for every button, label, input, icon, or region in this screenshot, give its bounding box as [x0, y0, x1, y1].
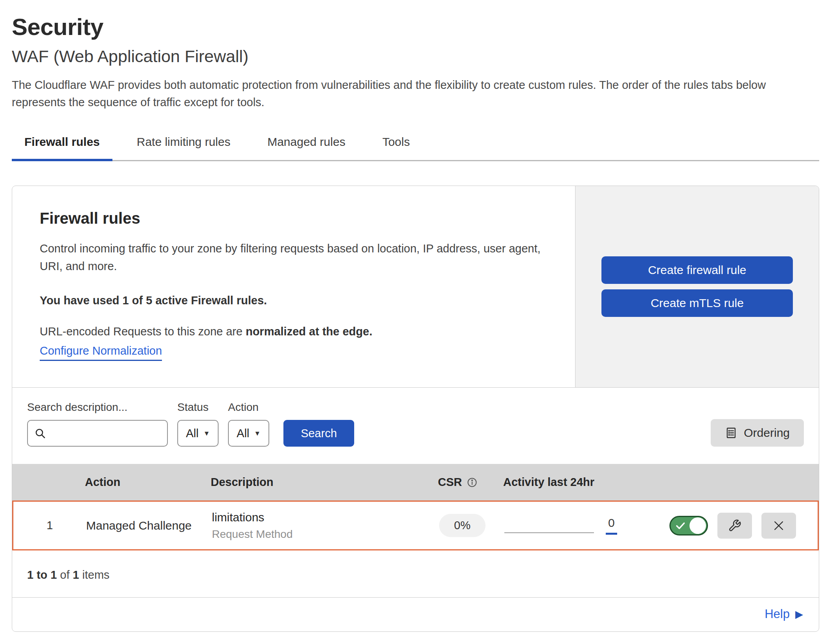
- search-input-box[interactable]: [27, 420, 168, 447]
- rule-description-cell: limitations Request Method: [212, 511, 439, 541]
- search-icon: [34, 427, 46, 439]
- items-of: of: [60, 569, 70, 581]
- items-total: 1: [73, 569, 79, 581]
- header-description: Description: [211, 476, 438, 489]
- actions-panel: Create firewall rule Create mTLS rule: [575, 186, 819, 387]
- csr-badge: 0%: [439, 514, 485, 537]
- firewall-rules-info: Firewall rules Control incoming traffic …: [12, 186, 575, 387]
- items-word: items: [82, 569, 109, 581]
- panel-description: Control incoming traffic to your zone by…: [40, 240, 548, 275]
- rule-csr-cell: 0%: [439, 514, 504, 537]
- page-title: Security: [12, 13, 819, 40]
- page-intro: The Cloudflare WAF provides both automat…: [12, 76, 812, 111]
- rule-controls: [669, 513, 818, 539]
- pagination-summary: 1 to 1 of 1 items: [12, 550, 819, 598]
- normalization-note-text: URL-encoded Requests to this zone are: [40, 325, 246, 338]
- action-select[interactable]: All ▼: [228, 420, 269, 447]
- action-select-value: All: [237, 427, 249, 440]
- configure-normalization-link[interactable]: Configure Normalization: [40, 344, 162, 361]
- status-select[interactable]: All ▼: [177, 420, 219, 447]
- header-activity: Activity last 24hr: [503, 476, 668, 489]
- help-row: Help ▶: [12, 598, 819, 631]
- help-link[interactable]: Help ▶: [765, 607, 803, 621]
- delete-rule-button[interactable]: [761, 513, 796, 539]
- rule-enabled-toggle[interactable]: [669, 516, 708, 535]
- create-firewall-rule-button[interactable]: Create firewall rule: [601, 256, 793, 284]
- search-field-label: Search description...: [27, 401, 168, 414]
- edit-rule-button[interactable]: [717, 513, 752, 539]
- waf-tab-bar: Firewall rules Rate limiting rules Manag…: [12, 129, 819, 161]
- create-mtls-rule-button[interactable]: Create mTLS rule: [601, 289, 793, 317]
- action-field-group: Action All ▼: [228, 401, 269, 447]
- rule-description[interactable]: limitations: [212, 511, 439, 524]
- close-icon: [772, 519, 785, 532]
- ordering-button[interactable]: Ordering: [711, 419, 804, 447]
- info-icon[interactable]: [467, 477, 478, 488]
- panel-heading: Firewall rules: [40, 210, 548, 227]
- ordering-button-label: Ordering: [744, 426, 790, 440]
- status-field-group: Status All ▼: [177, 401, 219, 447]
- wrench-icon: [728, 519, 741, 532]
- firewall-rule-row[interactable]: 1 Managed Challenge limitations Request …: [12, 500, 819, 550]
- table-header: Action Description CSR Activity last 24h…: [12, 464, 819, 500]
- status-field-label: Status: [177, 401, 219, 414]
- header-csr-label: CSR: [438, 476, 462, 489]
- normalization-note: URL-encoded Requests to this zone are no…: [40, 325, 548, 338]
- check-icon: [675, 520, 686, 531]
- tab-tools[interactable]: Tools: [370, 129, 423, 161]
- toggle-knob: [689, 517, 706, 534]
- tab-firewall-rules[interactable]: Firewall rules: [12, 129, 112, 161]
- header-csr: CSR: [438, 476, 503, 489]
- caret-down-icon: ▼: [254, 430, 261, 437]
- filter-bar: Search description... Status All ▼: [12, 388, 819, 464]
- usage-summary: You have used 1 of 5 active Firewall rul…: [40, 294, 548, 307]
- rule-activity-cell: 0: [504, 516, 669, 535]
- status-select-value: All: [186, 427, 199, 440]
- normalization-note-bold: normalized at the edge.: [246, 325, 372, 338]
- help-link-label: Help: [765, 607, 790, 621]
- header-action: Action: [85, 476, 211, 489]
- action-field-label: Action: [228, 401, 269, 414]
- caret-down-icon: ▼: [203, 430, 210, 437]
- firewall-rules-card: Firewall rules Control incoming traffic …: [12, 186, 819, 632]
- page-subtitle: WAF (Web Application Firewall): [12, 47, 819, 66]
- search-input[interactable]: [50, 427, 161, 440]
- search-field-group: Search description...: [27, 401, 168, 447]
- activity-count-link[interactable]: 0: [606, 516, 617, 535]
- rule-action: Managed Challenge: [86, 519, 212, 532]
- ordering-list-icon: [725, 427, 737, 439]
- search-button[interactable]: Search: [283, 420, 354, 447]
- rule-expression-summary: Request Method: [212, 528, 439, 541]
- tab-rate-limiting-rules[interactable]: Rate limiting rules: [124, 129, 243, 161]
- activity-sparkline: [504, 532, 594, 533]
- tab-managed-rules[interactable]: Managed rules: [255, 129, 358, 161]
- firewall-rules-info-section: Firewall rules Control incoming traffic …: [12, 186, 819, 388]
- items-range: 1 to 1: [27, 569, 57, 581]
- help-arrow-icon: ▶: [795, 608, 803, 620]
- rule-priority: 1: [13, 519, 86, 532]
- security-waf-page: Security WAF (Web Application Firewall) …: [0, 0, 831, 644]
